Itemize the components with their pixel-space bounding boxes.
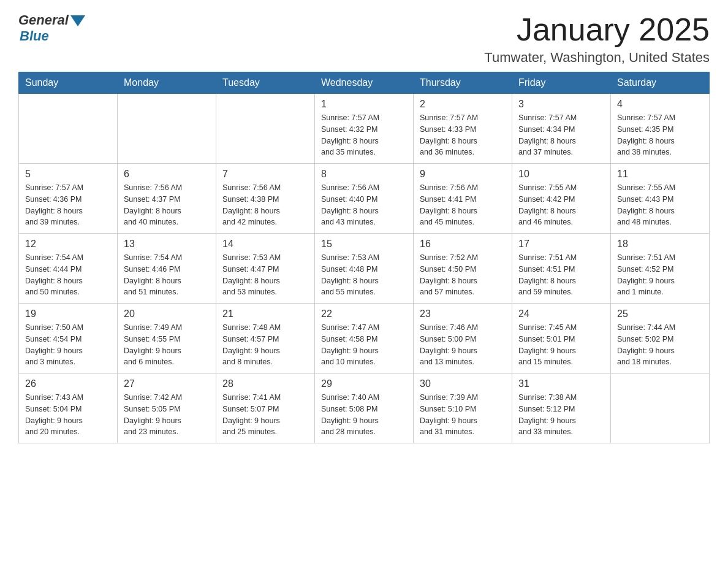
title-block: January 2025 Tumwater, Washington, Unite… bbox=[484, 12, 710, 66]
day-number: 27 bbox=[124, 378, 210, 389]
calendar-cell: 10Sunrise: 7:55 AM Sunset: 4:42 PM Dayli… bbox=[512, 164, 611, 234]
day-info: Sunrise: 7:44 AM Sunset: 5:02 PM Dayligh… bbox=[617, 322, 703, 368]
column-header-saturday: Saturday bbox=[611, 72, 710, 94]
day-info: Sunrise: 7:53 AM Sunset: 4:48 PM Dayligh… bbox=[321, 252, 407, 298]
calendar-week-row: 1Sunrise: 7:57 AM Sunset: 4:32 PM Daylig… bbox=[19, 94, 710, 164]
day-number: 2 bbox=[420, 99, 506, 110]
day-number: 16 bbox=[420, 239, 506, 250]
calendar-cell: 31Sunrise: 7:38 AM Sunset: 5:12 PM Dayli… bbox=[512, 373, 611, 443]
day-info: Sunrise: 7:50 AM Sunset: 4:54 PM Dayligh… bbox=[25, 322, 111, 368]
calendar-cell: 25Sunrise: 7:44 AM Sunset: 5:02 PM Dayli… bbox=[611, 304, 710, 373]
logo: General Blue bbox=[18, 12, 85, 44]
calendar-cell: 22Sunrise: 7:47 AM Sunset: 4:58 PM Dayli… bbox=[315, 304, 414, 373]
day-info: Sunrise: 7:48 AM Sunset: 4:57 PM Dayligh… bbox=[222, 322, 308, 368]
day-number: 3 bbox=[518, 99, 604, 110]
day-info: Sunrise: 7:45 AM Sunset: 5:01 PM Dayligh… bbox=[518, 322, 604, 368]
calendar-cell: 12Sunrise: 7:54 AM Sunset: 4:44 PM Dayli… bbox=[19, 234, 118, 304]
day-info: Sunrise: 7:57 AM Sunset: 4:35 PM Dayligh… bbox=[617, 112, 703, 158]
day-info: Sunrise: 7:54 AM Sunset: 4:46 PM Dayligh… bbox=[124, 252, 210, 298]
calendar-cell: 17Sunrise: 7:51 AM Sunset: 4:51 PM Dayli… bbox=[512, 234, 611, 304]
day-number: 29 bbox=[321, 378, 407, 389]
calendar-table: SundayMondayTuesdayWednesdayThursdayFrid… bbox=[18, 72, 710, 443]
day-number: 7 bbox=[222, 169, 308, 180]
calendar-cell: 9Sunrise: 7:56 AM Sunset: 4:41 PM Daylig… bbox=[414, 164, 512, 234]
day-info: Sunrise: 7:46 AM Sunset: 5:00 PM Dayligh… bbox=[420, 322, 506, 368]
day-info: Sunrise: 7:40 AM Sunset: 5:08 PM Dayligh… bbox=[321, 392, 407, 438]
calendar-cell: 28Sunrise: 7:41 AM Sunset: 5:07 PM Dayli… bbox=[216, 373, 315, 443]
day-info: Sunrise: 7:49 AM Sunset: 4:55 PM Dayligh… bbox=[124, 322, 210, 368]
day-number: 15 bbox=[321, 239, 407, 250]
day-number: 10 bbox=[518, 169, 604, 180]
day-number: 22 bbox=[321, 308, 407, 320]
calendar-title: January 2025 bbox=[484, 12, 710, 47]
day-info: Sunrise: 7:38 AM Sunset: 5:12 PM Dayligh… bbox=[518, 392, 604, 438]
day-info: Sunrise: 7:56 AM Sunset: 4:41 PM Dayligh… bbox=[420, 182, 506, 228]
calendar-cell: 20Sunrise: 7:49 AM Sunset: 4:55 PM Dayli… bbox=[118, 304, 216, 373]
calendar-cell: 27Sunrise: 7:42 AM Sunset: 5:05 PM Dayli… bbox=[118, 373, 216, 443]
calendar-cell: 15Sunrise: 7:53 AM Sunset: 4:48 PM Dayli… bbox=[315, 234, 414, 304]
calendar-cell: 24Sunrise: 7:45 AM Sunset: 5:01 PM Dayli… bbox=[512, 304, 611, 373]
calendar-week-row: 19Sunrise: 7:50 AM Sunset: 4:54 PM Dayli… bbox=[19, 304, 710, 373]
day-info: Sunrise: 7:43 AM Sunset: 5:04 PM Dayligh… bbox=[25, 392, 111, 438]
day-number: 9 bbox=[420, 169, 506, 180]
day-number: 20 bbox=[124, 308, 210, 320]
calendar-cell: 6Sunrise: 7:56 AM Sunset: 4:37 PM Daylig… bbox=[118, 164, 216, 234]
day-info: Sunrise: 7:56 AM Sunset: 4:38 PM Dayligh… bbox=[222, 182, 308, 228]
calendar-week-row: 5Sunrise: 7:57 AM Sunset: 4:36 PM Daylig… bbox=[19, 164, 710, 234]
day-info: Sunrise: 7:54 AM Sunset: 4:44 PM Dayligh… bbox=[25, 252, 111, 298]
day-number: 28 bbox=[222, 378, 308, 389]
calendar-cell: 16Sunrise: 7:52 AM Sunset: 4:50 PM Dayli… bbox=[414, 234, 512, 304]
column-header-friday: Friday bbox=[512, 72, 611, 94]
calendar-cell: 2Sunrise: 7:57 AM Sunset: 4:33 PM Daylig… bbox=[414, 94, 512, 164]
calendar-cell: 30Sunrise: 7:39 AM Sunset: 5:10 PM Dayli… bbox=[414, 373, 512, 443]
calendar-cell: 21Sunrise: 7:48 AM Sunset: 4:57 PM Dayli… bbox=[216, 304, 315, 373]
calendar-cell: 1Sunrise: 7:57 AM Sunset: 4:32 PM Daylig… bbox=[315, 94, 414, 164]
calendar-cell: 3Sunrise: 7:57 AM Sunset: 4:34 PM Daylig… bbox=[512, 94, 611, 164]
day-number: 13 bbox=[124, 239, 210, 250]
day-info: Sunrise: 7:42 AM Sunset: 5:05 PM Dayligh… bbox=[124, 392, 210, 438]
logo-blue-text: Blue bbox=[20, 28, 49, 44]
day-info: Sunrise: 7:41 AM Sunset: 5:07 PM Dayligh… bbox=[222, 392, 308, 438]
day-number: 23 bbox=[420, 308, 506, 320]
day-number: 26 bbox=[25, 378, 111, 389]
day-info: Sunrise: 7:53 AM Sunset: 4:47 PM Dayligh… bbox=[222, 252, 308, 298]
calendar-cell: 29Sunrise: 7:40 AM Sunset: 5:08 PM Dayli… bbox=[315, 373, 414, 443]
calendar-body: 1Sunrise: 7:57 AM Sunset: 4:32 PM Daylig… bbox=[19, 94, 710, 443]
day-number: 18 bbox=[617, 239, 703, 250]
day-number: 6 bbox=[124, 169, 210, 180]
day-number: 5 bbox=[25, 169, 111, 180]
day-info: Sunrise: 7:52 AM Sunset: 4:50 PM Dayligh… bbox=[420, 252, 506, 298]
column-header-thursday: Thursday bbox=[414, 72, 512, 94]
day-number: 24 bbox=[518, 308, 604, 320]
day-number: 4 bbox=[617, 99, 703, 110]
calendar-cell bbox=[611, 373, 710, 443]
day-info: Sunrise: 7:56 AM Sunset: 4:40 PM Dayligh… bbox=[321, 182, 407, 228]
day-number: 31 bbox=[518, 378, 604, 389]
calendar-cell: 18Sunrise: 7:51 AM Sunset: 4:52 PM Dayli… bbox=[611, 234, 710, 304]
calendar-subtitle: Tumwater, Washington, United States bbox=[484, 50, 710, 66]
calendar-cell: 13Sunrise: 7:54 AM Sunset: 4:46 PM Dayli… bbox=[118, 234, 216, 304]
day-number: 12 bbox=[25, 239, 111, 250]
day-info: Sunrise: 7:55 AM Sunset: 4:43 PM Dayligh… bbox=[617, 182, 703, 228]
calendar-cell: 8Sunrise: 7:56 AM Sunset: 4:40 PM Daylig… bbox=[315, 164, 414, 234]
day-info: Sunrise: 7:39 AM Sunset: 5:10 PM Dayligh… bbox=[420, 392, 506, 438]
column-header-tuesday: Tuesday bbox=[216, 72, 315, 94]
calendar-cell bbox=[216, 94, 315, 164]
day-number: 1 bbox=[321, 99, 407, 110]
day-info: Sunrise: 7:47 AM Sunset: 4:58 PM Dayligh… bbox=[321, 322, 407, 368]
page-header: General Blue January 2025 Tumwater, Wash… bbox=[18, 12, 710, 66]
calendar-cell: 4Sunrise: 7:57 AM Sunset: 4:35 PM Daylig… bbox=[611, 94, 710, 164]
column-header-monday: Monday bbox=[118, 72, 216, 94]
calendar-cell: 23Sunrise: 7:46 AM Sunset: 5:00 PM Dayli… bbox=[414, 304, 512, 373]
calendar-cell: 26Sunrise: 7:43 AM Sunset: 5:04 PM Dayli… bbox=[19, 373, 118, 443]
day-number: 11 bbox=[617, 169, 703, 180]
day-number: 19 bbox=[25, 308, 111, 320]
logo-general-text: General bbox=[18, 12, 69, 28]
day-info: Sunrise: 7:51 AM Sunset: 4:52 PM Dayligh… bbox=[617, 252, 703, 298]
day-info: Sunrise: 7:57 AM Sunset: 4:32 PM Dayligh… bbox=[321, 112, 407, 158]
day-number: 30 bbox=[420, 378, 506, 389]
calendar-cell: 14Sunrise: 7:53 AM Sunset: 4:47 PM Dayli… bbox=[216, 234, 315, 304]
calendar-header-row: SundayMondayTuesdayWednesdayThursdayFrid… bbox=[19, 72, 710, 94]
day-info: Sunrise: 7:57 AM Sunset: 4:33 PM Dayligh… bbox=[420, 112, 506, 158]
calendar-cell bbox=[19, 94, 118, 164]
